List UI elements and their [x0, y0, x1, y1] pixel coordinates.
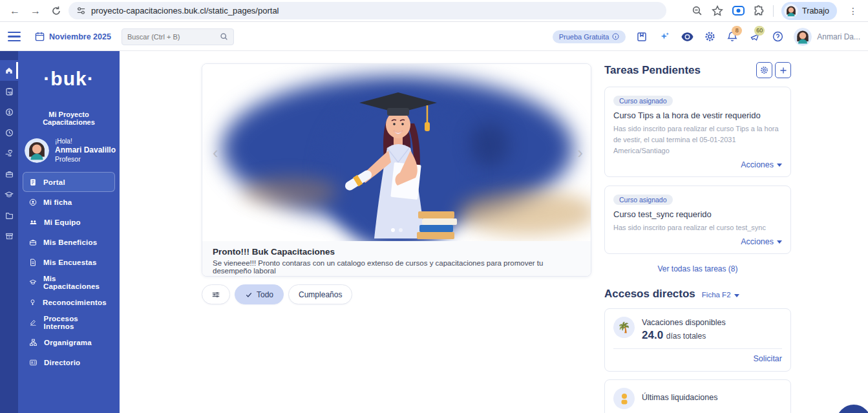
trial-label: Prueba Gratuita [559, 33, 609, 41]
check-icon [245, 291, 253, 299]
view-all-tasks-link[interactable]: Ver todas las tareas (8) [604, 264, 791, 273]
save-icon[interactable] [635, 30, 648, 43]
tab-media-icon[interactable] [732, 5, 745, 17]
caret-down-icon [777, 240, 782, 244]
filter-todo-label: Todo [257, 290, 273, 299]
rail-clipboard-icon[interactable] [0, 81, 18, 101]
sliders-icon [211, 290, 220, 299]
ficha-selector[interactable]: Ficha F2 [702, 291, 739, 299]
forward-icon[interactable]: → [27, 3, 44, 19]
user-name: Anmari Davalillo [55, 145, 116, 154]
task-actions-dropdown[interactable]: Acciones [613, 160, 782, 169]
buk-logo[interactable]: ·buk· [18, 68, 120, 90]
site-settings-icon[interactable] [76, 6, 86, 16]
rail-recognition-icon[interactable] [0, 143, 18, 164]
person-circle-icon [29, 198, 37, 206]
rail-money-icon[interactable] [0, 101, 18, 122]
sidebar-item-organigrama[interactable]: Organigrama [23, 332, 115, 352]
sidebar-item-mis-capacitaciones[interactable]: Mis Capacitaciones [23, 272, 115, 292]
shortcuts-heading: Accesos directos [604, 288, 695, 301]
period-selector[interactable]: Noviembre 2025 [35, 32, 111, 41]
menu-label: Reconocimientos [43, 299, 107, 306]
profile-name: Trabajo [802, 6, 829, 16]
graduation-cap-icon [29, 278, 37, 286]
sidebar-user-card[interactable]: ¡Hola! Anmari Davalillo Profesor [25, 138, 120, 163]
sidebar-item-reconocimientos[interactable]: Reconocimientos [23, 292, 115, 312]
id-card-icon [29, 359, 37, 366]
vacation-days-label: días totales [666, 332, 706, 341]
sidebar-item-mi-ficha[interactable]: Mi ficha [23, 192, 115, 212]
task-actions-dropdown[interactable]: Acciones [613, 237, 782, 246]
caret-down-icon [777, 164, 782, 167]
filter-todo-chip[interactable]: Todo [235, 284, 284, 304]
gear-icon[interactable] [703, 30, 716, 43]
browser-profile-chip[interactable]: Trabajo [781, 2, 837, 20]
sidebar-item-mis-encuestas[interactable]: Mis Encuestas [23, 252, 115, 272]
browser-menu-icon[interactable]: ⋮ [845, 3, 862, 19]
sidebar-item-portal[interactable]: Portal [23, 172, 115, 192]
extensions-icon[interactable] [752, 5, 765, 17]
notifications-bell-icon[interactable]: 8 [726, 30, 739, 43]
avatar [25, 138, 49, 163]
greeting: ¡Hola! [55, 138, 116, 145]
request-vacation-link[interactable]: Solicitar [613, 354, 782, 363]
period-label: Noviembre 2025 [49, 32, 111, 41]
right-panel: Tareas Pendientes Curso asignado Curso T… [604, 62, 791, 413]
sparkles-icon[interactable] [658, 30, 671, 43]
menu-toggle-icon[interactable] [8, 32, 21, 42]
sidebar-item-directorio[interactable]: Directorio [23, 352, 115, 372]
rail-graduation-icon[interactable] [0, 184, 18, 205]
browser-toolbar: ← → proyecto-capacitaciones.buk.cl/stati… [0, 0, 868, 22]
eye-icon[interactable] [681, 30, 693, 43]
rail-archive-icon[interactable] [0, 226, 18, 246]
filter-cumpleanos-chip[interactable]: Cumpleaños [288, 284, 352, 304]
carousel-title: Pronto!!! Buk Capacitaciones [213, 247, 580, 257]
task-badge: Curso asignado [613, 195, 673, 205]
rail-briefcase-icon[interactable] [0, 164, 18, 184]
rail-home-icon[interactable] [0, 60, 18, 81]
medal-icon [29, 299, 36, 306]
reload-icon[interactable] [48, 3, 65, 19]
global-search[interactable] [122, 28, 234, 45]
user-role: Profesor [55, 155, 116, 163]
zoom-out-icon[interactable] [690, 5, 703, 17]
document-icon [29, 178, 37, 186]
tasks-settings-button[interactable] [756, 62, 772, 78]
announcement-carousel: ‹ › Pronto!!! Buk Capacitaciones Se vien… [202, 63, 591, 277]
sidebar-item-mis-beneficios[interactable]: Mis Beneficios [23, 232, 115, 252]
chat-bubble-button[interactable] [836, 405, 868, 413]
back-icon[interactable]: ← [6, 3, 23, 19]
search-input[interactable] [127, 33, 220, 41]
carousel-dot[interactable] [391, 228, 395, 232]
task-description: Has sido inscrito para realizar el curso… [613, 123, 782, 156]
sidebar-item-mi-equipo[interactable]: Mi Equipo [23, 212, 115, 232]
url-text: proyecto-capacitaciones.buk.cl/static_pa… [91, 6, 279, 16]
carousel-dot[interactable] [399, 228, 403, 232]
carousel-prev-icon[interactable]: ‹ [213, 144, 218, 161]
carousel-caption: Pronto!!! Buk Capacitaciones Se vieneee!… [202, 241, 591, 277]
announcements-icon[interactable]: 60 [748, 30, 761, 43]
menu-label: Portal [43, 178, 65, 186]
bookmark-star-icon[interactable] [711, 5, 724, 17]
carousel-slide-image: ‹ › [202, 64, 591, 241]
carousel-dots [391, 228, 403, 232]
user-menu[interactable]: Anmari Da... [794, 28, 860, 46]
team-icon [29, 218, 37, 226]
help-icon[interactable] [771, 30, 784, 43]
announcements-count-badge: 60 [754, 26, 765, 36]
carousel-next-icon[interactable]: › [577, 144, 583, 161]
trial-badge[interactable]: Prueba Gratuita [553, 30, 626, 43]
search-icon[interactable] [220, 32, 228, 41]
menu-label: Mis Capacitaciones [43, 275, 109, 290]
calendar-icon [35, 32, 45, 41]
rail-folder-icon[interactable] [0, 205, 18, 226]
app-toolbar: Noviembre 2025 Prueba Gratuita [0, 23, 868, 51]
tasks-add-button[interactable] [775, 62, 791, 78]
sidebar-item-procesos-internos[interactable]: Procesos Internos [23, 312, 115, 332]
menu-label: Mi ficha [43, 198, 72, 206]
filter-settings-button[interactable] [202, 284, 230, 304]
rail-clock-icon[interactable] [0, 122, 18, 143]
address-bar[interactable]: proyecto-capacitaciones.buk.cl/static_pa… [69, 2, 666, 19]
sidebar-menu: Portal Mi ficha Mi Equipo Mis Beneficios… [18, 172, 120, 372]
tasks-heading: Tareas Pendientes [604, 64, 701, 77]
